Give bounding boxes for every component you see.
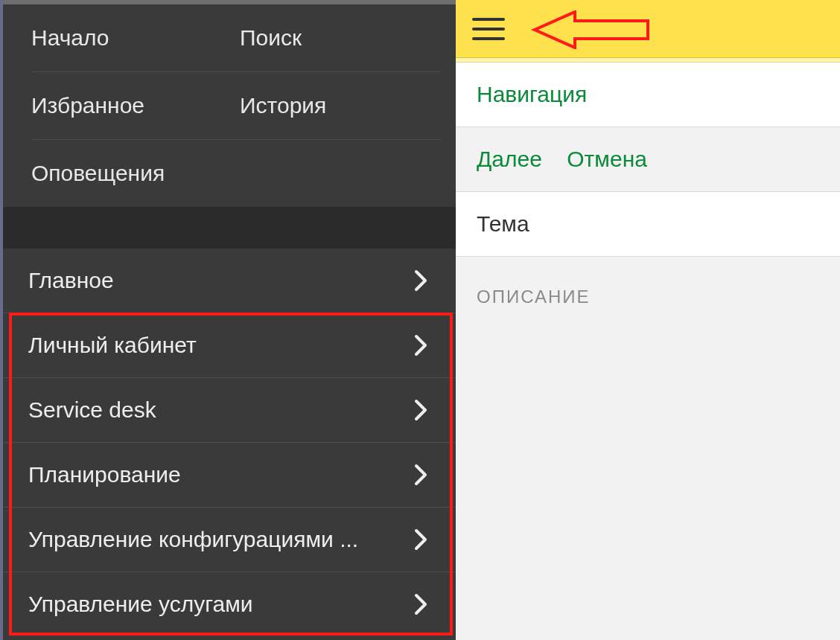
chevron-right-icon (414, 593, 427, 615)
chevron-right-icon (414, 464, 427, 486)
nav-item-label: Service desk (28, 397, 156, 423)
nav-item-label: Планирование (28, 462, 181, 487)
hamburger-menu-button[interactable] (472, 16, 505, 42)
theme-field-label: Тема (477, 211, 529, 236)
quick-link-notifications[interactable]: Оповещения (3, 140, 456, 207)
quick-link-history[interactable]: История (211, 72, 456, 139)
quick-link-history-label: История (240, 93, 326, 118)
panel-actions-row: Далее Отмена (456, 127, 840, 192)
nav-item-main[interactable]: Главное (3, 249, 456, 313)
quick-link-search-label: Поиск (240, 25, 302, 50)
nav-item-servicedesk[interactable]: Service desk (3, 377, 456, 442)
nav-item-label: Личный кабинет (28, 333, 197, 358)
drawer-quick-links-row2: Избранное История (3, 72, 456, 139)
description-section-label-text: ОПИСАНИЕ (477, 287, 591, 307)
quick-link-start[interactable]: Начало (3, 4, 211, 71)
title-bar (456, 0, 840, 58)
main-panel: Навигация Далее Отмена Тема ОПИСАНИЕ (456, 0, 840, 640)
nav-item-cabinet[interactable]: Личный кабинет (3, 313, 456, 377)
hamburger-icon (472, 16, 505, 42)
drawer-nav-list: Главное Личный кабинет Service desk План… (3, 249, 456, 636)
quick-link-favorites[interactable]: Избранное (3, 72, 211, 139)
quick-link-favorites-label: Избранное (31, 93, 144, 118)
panel-navigation-title: Навигация (456, 63, 840, 127)
nav-item-planning[interactable]: Планирование (3, 442, 456, 507)
nav-item-service-mgmt[interactable]: Управление услугами (3, 572, 456, 636)
description-section-label: ОПИСАНИЕ (456, 257, 840, 330)
quick-link-search[interactable]: Поиск (211, 4, 456, 71)
chevron-right-icon (414, 528, 427, 551)
chevron-right-icon (414, 269, 427, 292)
annotation-arrow-icon (530, 10, 649, 52)
nav-item-label: Управление конфигурациями ... (28, 527, 358, 552)
quick-link-notifications-label: Оповещения (31, 161, 165, 185)
nav-item-label: Управление услугами (28, 592, 253, 617)
nav-drawer: Начало Поиск Избранное История Оповещени… (0, 0, 456, 640)
theme-field[interactable]: Тема (456, 192, 840, 257)
space (548, 147, 561, 171)
chevron-right-icon (414, 334, 427, 356)
drawer-quick-links: Начало Поиск (3, 4, 456, 71)
nav-item-config-mgmt[interactable]: Управление конфигурациями ... (3, 507, 456, 572)
nav-item-label: Главное (28, 268, 114, 293)
drawer-gap (3, 207, 456, 249)
next-button[interactable]: Далее (477, 147, 542, 171)
chevron-right-icon (414, 399, 427, 421)
panel-navigation-title-text: Навигация (477, 82, 587, 106)
cancel-button[interactable]: Отмена (567, 147, 647, 171)
main-filler (456, 330, 840, 640)
quick-link-start-label: Начало (31, 25, 109, 50)
